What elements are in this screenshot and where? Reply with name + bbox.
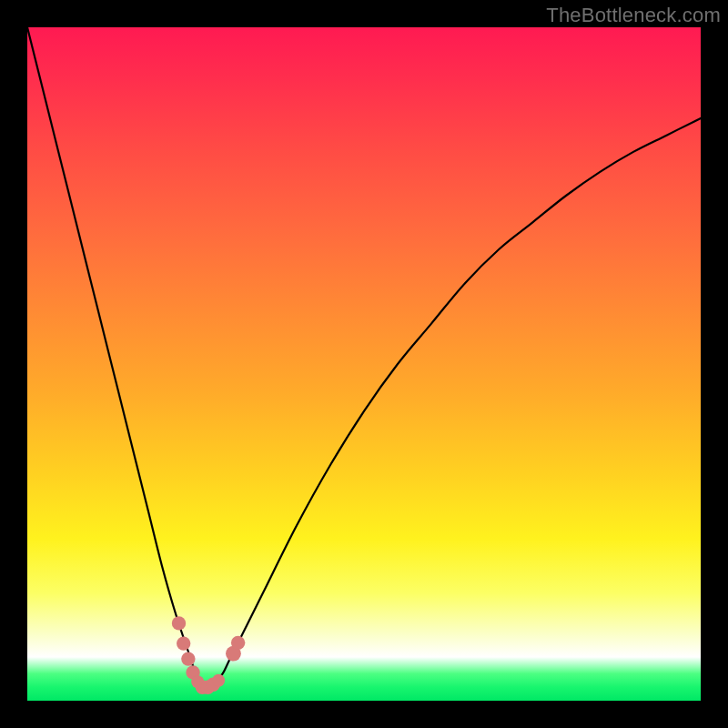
plot-area xyxy=(27,27,701,701)
watermark-text: TheBottleneck.com xyxy=(546,4,721,27)
bottleneck-curve xyxy=(27,27,701,689)
highlight-dot xyxy=(231,636,245,650)
outer-frame: TheBottleneck.com xyxy=(0,0,728,728)
highlight-dot xyxy=(177,636,190,650)
curve-layer xyxy=(27,27,701,701)
highlight-dot xyxy=(181,652,195,665)
highlight-dot xyxy=(212,674,225,687)
highlight-dot xyxy=(172,616,186,630)
